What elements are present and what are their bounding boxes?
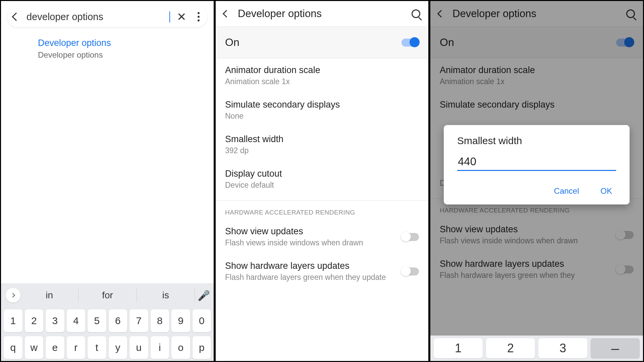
keyboard: in for is 🎤 1 2 3 4 5 6 7 8 9 0 q w e r …: [1, 283, 214, 361]
suggestion[interactable]: for: [78, 289, 137, 302]
master-toggle-row: On: [216, 27, 428, 58]
key[interactable]: e: [46, 336, 64, 359]
developer-options-dialog-panel: Developer options On Animator duration s…: [429, 0, 644, 362]
search-input[interactable]: [26, 11, 170, 22]
key[interactable]: i: [151, 336, 169, 359]
suggestion[interactable]: is: [137, 289, 195, 302]
setting-show-hardware-layers[interactable]: Show hardware layers updates Flash hardw…: [216, 254, 428, 289]
cancel-button[interactable]: Cancel: [550, 184, 583, 198]
key[interactable]: o: [171, 336, 190, 359]
search-result[interactable]: Developer options Developer options: [1, 33, 214, 65]
numkey[interactable]: 2: [486, 338, 535, 358]
section-header: HARDWARE ACCELERATED RENDERING: [216, 200, 428, 220]
expand-suggestions-icon[interactable]: [6, 288, 20, 303]
master-toggle[interactable]: [401, 39, 419, 47]
key[interactable]: 7: [129, 309, 148, 332]
key[interactable]: t: [88, 336, 106, 359]
toggle[interactable]: [401, 267, 419, 276]
numkey-minus[interactable]: –: [591, 338, 640, 358]
key[interactable]: q: [4, 336, 22, 359]
header: Developer options: [216, 1, 428, 26]
suggestion-row: in for is 🎤: [1, 283, 214, 307]
on-label: On: [225, 36, 401, 49]
setting-display-cutout[interactable]: Display cutout Device default: [216, 162, 428, 196]
key[interactable]: p: [193, 336, 211, 359]
key[interactable]: 4: [67, 309, 86, 332]
developer-options-panel: Developer options On Animator duration s…: [215, 0, 429, 362]
smallest-width-dialog: Smallest width Cancel OK: [444, 125, 630, 204]
setting-animator-duration[interactable]: Animator duration scale Animation scale …: [216, 58, 428, 93]
key[interactable]: r: [67, 336, 86, 359]
dialog-actions: Cancel OK: [457, 184, 616, 198]
clear-icon[interactable]: ✕: [177, 10, 186, 23]
key[interactable]: 3: [46, 309, 64, 332]
setting-show-view-updates[interactable]: Show view updates Flash views inside win…: [216, 220, 428, 254]
ok-button[interactable]: OK: [596, 184, 616, 198]
result-title: Developer options: [38, 38, 206, 48]
number-row: 1 2 3 4 5 6 7 8 9 0: [1, 307, 214, 334]
search-panel: ✕ Developer options Developer options in…: [0, 0, 215, 362]
toggle[interactable]: [401, 233, 419, 241]
key[interactable]: 5: [88, 309, 106, 332]
suggestion[interactable]: in: [20, 289, 78, 302]
page-title: Developer options: [238, 8, 412, 20]
search-icon[interactable]: [412, 9, 420, 18]
mic-icon[interactable]: 🎤: [199, 289, 209, 302]
width-input[interactable]: [457, 153, 616, 171]
key[interactable]: y: [109, 336, 127, 359]
setting-smallest-width[interactable]: Smallest width 392 dp: [216, 127, 428, 162]
key[interactable]: w: [25, 336, 44, 359]
letter-row: q w e r t y u i o p: [1, 334, 214, 361]
numpad: 1 2 3 –: [430, 336, 643, 361]
back-icon[interactable]: [223, 10, 230, 18]
key[interactable]: 6: [109, 309, 127, 332]
result-subtitle: Developer options: [38, 50, 206, 60]
back-icon[interactable]: [12, 12, 20, 21]
search-bar: ✕: [7, 6, 208, 27]
key[interactable]: u: [129, 336, 148, 359]
numkey[interactable]: 3: [538, 338, 587, 358]
overflow-menu-icon[interactable]: [196, 10, 202, 23]
key[interactable]: 8: [151, 309, 169, 332]
numkey[interactable]: 1: [434, 338, 483, 358]
settings-list: Animator duration scale Animation scale …: [216, 58, 428, 289]
key[interactable]: 2: [25, 309, 44, 332]
key[interactable]: 9: [171, 309, 190, 332]
dialog-title: Smallest width: [457, 135, 616, 146]
key[interactable]: 1: [4, 309, 22, 332]
setting-simulate-displays[interactable]: Simulate secondary displays None: [216, 93, 428, 127]
key[interactable]: 0: [193, 309, 211, 332]
